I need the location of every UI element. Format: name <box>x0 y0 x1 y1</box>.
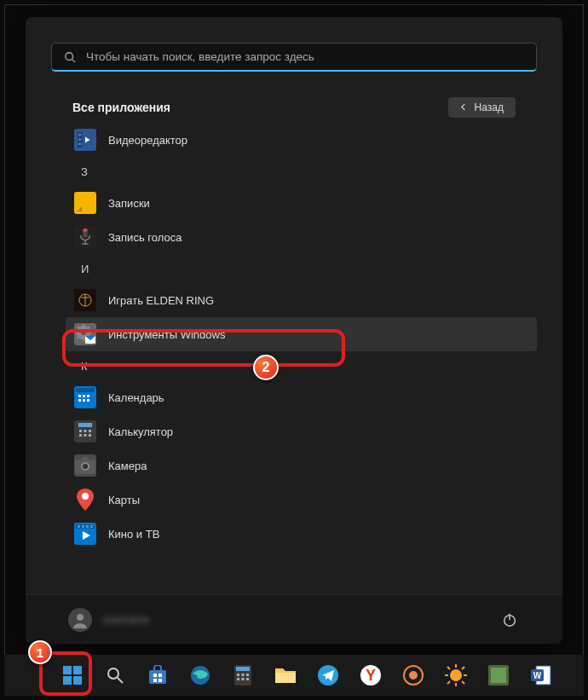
taskbar-search[interactable] <box>98 658 132 692</box>
back-button[interactable]: Назад <box>448 97 516 118</box>
letter-header-i[interactable]: И <box>72 254 537 283</box>
app-label: Играть ELDEN RING <box>108 294 214 307</box>
maps-icon <box>74 489 96 511</box>
annotation-callout-2: 2 <box>253 355 279 380</box>
power-icon <box>502 612 517 628</box>
calendar-icon <box>74 386 96 408</box>
elden-ring-icon <box>74 289 96 311</box>
svg-rect-70 <box>246 678 249 680</box>
chevron-left-icon <box>460 101 468 113</box>
sun-icon <box>445 664 467 686</box>
svg-rect-65 <box>237 674 239 676</box>
svg-rect-11 <box>83 229 87 232</box>
svg-rect-54 <box>73 676 82 685</box>
calculator-icon <box>74 420 96 443</box>
notes-icon <box>74 192 96 214</box>
start-menu: Чтобы начать поиск, введите запрос здесь… <box>26 17 562 644</box>
svg-line-85 <box>447 681 450 684</box>
all-apps-title: Все приложения <box>72 101 170 114</box>
app-movies-tv[interactable]: Кино и ТВ <box>72 517 537 551</box>
app-icon <box>487 664 510 686</box>
app-notes[interactable]: Записки <box>72 186 537 220</box>
folder-icon <box>274 664 297 686</box>
svg-rect-57 <box>149 670 166 684</box>
taskbar-yandex[interactable]: Y <box>354 658 388 692</box>
svg-line-56 <box>118 678 123 683</box>
app-label: Карты <box>108 494 140 506</box>
svg-rect-64 <box>236 667 250 671</box>
svg-rect-23 <box>83 395 85 397</box>
yandex-icon: Y <box>360 664 382 686</box>
svg-point-0 <box>66 52 73 60</box>
svg-rect-46 <box>90 525 93 528</box>
svg-rect-29 <box>78 423 92 427</box>
svg-point-39 <box>83 464 88 469</box>
windows-tools-icon <box>74 323 96 345</box>
app-windows-tools[interactable]: Инструменты Windows <box>66 317 537 351</box>
start-button[interactable] <box>55 658 89 692</box>
username: username <box>102 614 150 626</box>
movies-tv-icon <box>74 523 96 545</box>
taskbar-telegram[interactable] <box>311 658 345 692</box>
svg-rect-5 <box>78 138 82 141</box>
app-calendar[interactable]: Календарь <box>72 380 537 414</box>
letter-header-k[interactable]: К <box>72 351 537 380</box>
taskbar-app3[interactable] <box>481 658 516 692</box>
start-footer: username <box>26 594 562 644</box>
svg-rect-43 <box>78 525 80 528</box>
app-video-editor[interactable]: Видеоредактор <box>72 123 537 157</box>
app-elden-ring[interactable]: Играть ELDEN RING <box>72 283 537 317</box>
telegram-icon <box>317 664 339 686</box>
svg-rect-32 <box>89 430 91 432</box>
taskbar-word[interactable]: W <box>524 658 558 692</box>
svg-text:W: W <box>533 671 542 680</box>
app-label: Камера <box>108 460 147 472</box>
svg-point-17 <box>81 330 86 335</box>
taskbar-explorer[interactable] <box>268 658 303 692</box>
svg-rect-52 <box>73 666 82 674</box>
apps-list[interactable]: Видеоредактор З Записки Запись голоса И … <box>26 123 562 594</box>
search-placeholder: Чтобы начать поиск, введите запрос здесь <box>86 50 314 63</box>
app-maps[interactable]: Карты <box>72 483 537 517</box>
svg-line-82 <box>447 667 450 669</box>
svg-rect-68 <box>237 678 239 680</box>
svg-rect-6 <box>78 143 82 146</box>
svg-rect-33 <box>79 434 82 437</box>
app-calculator[interactable]: Калькулятор <box>72 414 537 448</box>
taskbar-store[interactable] <box>141 658 175 692</box>
search-input[interactable]: Чтобы начать поиск, введите запрос здесь <box>51 43 537 72</box>
taskbar-app2[interactable] <box>439 658 473 692</box>
word-icon: W <box>530 664 552 686</box>
avatar-icon <box>68 608 92 632</box>
taskbar-edge[interactable] <box>183 658 217 692</box>
svg-rect-30 <box>79 430 82 432</box>
app-label: Инструменты Windows <box>108 328 225 341</box>
app-label: Запись голоса <box>108 231 182 244</box>
back-label: Назад <box>475 101 504 113</box>
svg-rect-45 <box>86 525 89 528</box>
svg-point-55 <box>108 668 118 679</box>
app-voice-recorder[interactable]: Запись голоса <box>72 220 537 254</box>
svg-point-48 <box>77 614 84 621</box>
letter-header-z[interactable]: З <box>72 157 537 186</box>
svg-rect-51 <box>63 666 72 674</box>
taskbar-calculator[interactable] <box>226 658 260 692</box>
svg-rect-25 <box>78 399 81 402</box>
svg-rect-60 <box>153 679 157 682</box>
apps-header: Все приложения Назад <box>26 72 562 123</box>
svg-rect-59 <box>159 674 162 677</box>
app-camera[interactable]: Камера <box>72 448 537 483</box>
search-icon <box>64 51 76 63</box>
svg-rect-58 <box>153 674 157 677</box>
svg-line-1 <box>72 59 76 62</box>
circle-icon <box>402 664 424 686</box>
taskbar-app1[interactable] <box>396 658 430 692</box>
user-button[interactable]: username <box>68 608 150 632</box>
app-label: Календарь <box>108 391 164 404</box>
svg-rect-26 <box>83 399 85 402</box>
calculator-icon <box>232 664 254 686</box>
taskbar: Y W <box>4 655 584 696</box>
app-label: Видеоредактор <box>108 134 187 147</box>
power-button[interactable] <box>499 610 520 630</box>
svg-rect-35 <box>89 434 91 437</box>
